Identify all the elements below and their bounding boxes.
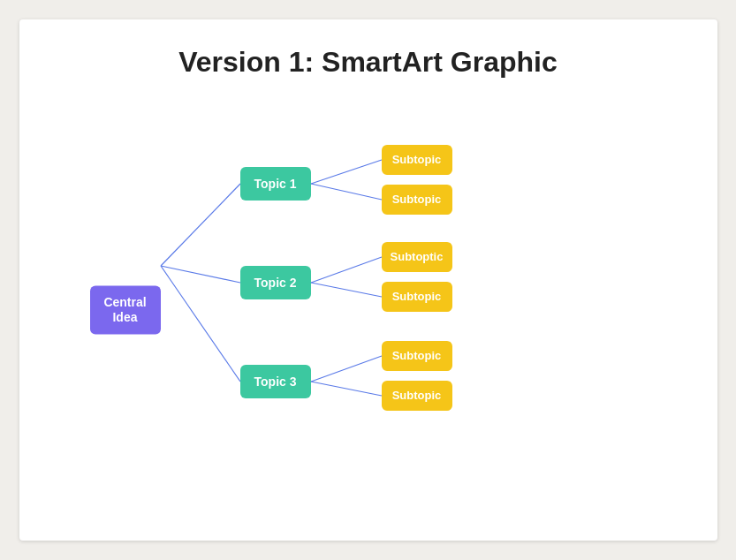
svg-line-2 xyxy=(161,266,240,382)
subtopic-2-1-node: Subtoptic xyxy=(382,242,452,272)
svg-line-4 xyxy=(311,184,382,200)
topic-2-node: Topic 2 xyxy=(240,266,311,299)
subtopic-3-1-node: Subtopic xyxy=(382,341,452,371)
subtopic-1-1-node: Subtopic xyxy=(382,145,452,175)
svg-line-6 xyxy=(311,283,382,297)
slide-title: Version 1: SmartArt Graphic xyxy=(178,46,558,79)
subtopic-1-2-node: Subtopic xyxy=(382,185,452,215)
svg-line-7 xyxy=(311,356,382,382)
svg-line-8 xyxy=(311,382,382,396)
svg-line-1 xyxy=(161,266,240,283)
slide: Version 1: SmartArt Graphic Central Idea xyxy=(19,19,717,541)
diagram: Central Idea Topic 1 Topic 2 Topic 3 Sub… xyxy=(37,96,700,523)
subtopic-2-2-node: Subtopic xyxy=(382,282,452,312)
svg-line-0 xyxy=(161,184,240,266)
svg-line-5 xyxy=(311,257,382,283)
central-idea-node: Central Idea xyxy=(90,285,161,334)
topic-3-node: Topic 3 xyxy=(240,365,311,398)
topic-1-node: Topic 1 xyxy=(240,167,311,201)
svg-line-3 xyxy=(311,160,382,184)
subtopic-3-2-node: Subtopic xyxy=(382,381,452,411)
